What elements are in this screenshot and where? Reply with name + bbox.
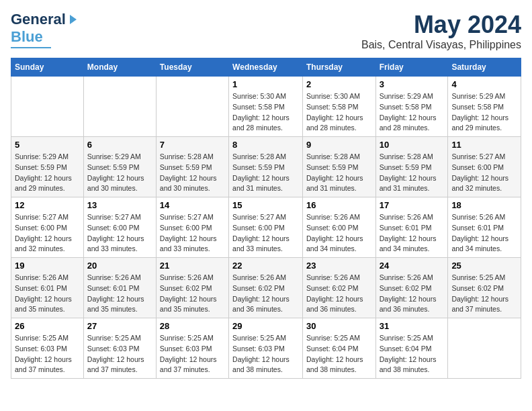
calendar-cell — [11, 77, 84, 137]
day-info: Sunrise: 5:26 AMSunset: 6:02 PMDaylight:… — [160, 273, 225, 315]
day-info: Sunrise: 5:25 AMSunset: 6:04 PMDaylight:… — [380, 333, 445, 375]
logo: General Blue — [11, 11, 78, 48]
day-info: Sunrise: 5:28 AMSunset: 5:59 PMDaylight:… — [380, 152, 445, 194]
calendar-table: Sunday Monday Tuesday Wednesday Thursday… — [11, 58, 521, 379]
day-number: 12 — [15, 200, 80, 210]
calendar-cell: 15Sunrise: 5:27 AMSunset: 6:00 PMDayligh… — [229, 197, 303, 258]
day-info: Sunrise: 5:25 AMSunset: 6:04 PMDaylight:… — [306, 333, 372, 375]
day-number: 27 — [87, 321, 152, 331]
week-row-5: 26Sunrise: 5:25 AMSunset: 6:03 PMDayligh… — [11, 318, 521, 379]
calendar-cell: 28Sunrise: 5:25 AMSunset: 6:03 PMDayligh… — [156, 318, 228, 379]
day-number: 30 — [306, 321, 372, 331]
logo-underline — [11, 47, 51, 48]
logo-triangle-icon — [66, 13, 78, 26]
day-number: 2 — [306, 79, 372, 89]
day-number: 13 — [87, 200, 152, 210]
day-info: Sunrise: 5:27 AMSunset: 6:00 PMDaylight:… — [15, 212, 80, 255]
day-info: Sunrise: 5:27 AMSunset: 6:00 PMDaylight:… — [87, 212, 152, 255]
header-sunday: Sunday — [11, 58, 84, 77]
day-number: 16 — [306, 200, 372, 210]
day-info: Sunrise: 5:28 AMSunset: 5:59 PMDaylight:… — [160, 152, 225, 194]
day-info: Sunrise: 5:26 AMSunset: 6:02 PMDaylight:… — [232, 273, 299, 315]
day-info: Sunrise: 5:26 AMSunset: 6:01 PMDaylight:… — [451, 212, 517, 255]
calendar-cell: 19Sunrise: 5:26 AMSunset: 6:01 PMDayligh… — [11, 258, 84, 318]
day-number: 8 — [232, 140, 299, 150]
calendar-cell: 27Sunrise: 5:25 AMSunset: 6:03 PMDayligh… — [83, 318, 156, 379]
day-number: 19 — [15, 261, 80, 271]
day-info: Sunrise: 5:25 AMSunset: 6:03 PMDaylight:… — [87, 333, 152, 375]
calendar-cell — [156, 77, 228, 137]
day-number: 5 — [15, 140, 80, 150]
title-section: May 2024 Bais, Central Visayas, Philippi… — [361, 11, 521, 51]
calendar-cell: 10Sunrise: 5:28 AMSunset: 5:59 PMDayligh… — [375, 137, 448, 197]
calendar-cell: 26Sunrise: 5:25 AMSunset: 6:03 PMDayligh… — [11, 318, 84, 379]
header-tuesday: Tuesday — [156, 58, 228, 77]
day-info: Sunrise: 5:26 AMSunset: 6:02 PMDaylight:… — [380, 273, 445, 315]
calendar-cell — [83, 77, 156, 137]
day-info: Sunrise: 5:25 AMSunset: 6:03 PMDaylight:… — [160, 333, 225, 375]
day-info: Sunrise: 5:27 AMSunset: 6:00 PMDaylight:… — [232, 212, 299, 255]
day-number: 20 — [87, 261, 152, 271]
calendar-cell: 20Sunrise: 5:26 AMSunset: 6:01 PMDayligh… — [83, 258, 156, 318]
day-number: 31 — [380, 321, 445, 331]
day-info: Sunrise: 5:27 AMSunset: 6:00 PMDaylight:… — [160, 212, 225, 255]
week-row-1: 1Sunrise: 5:30 AMSunset: 5:58 PMDaylight… — [11, 77, 521, 137]
day-info: Sunrise: 5:29 AMSunset: 5:59 PMDaylight:… — [15, 152, 80, 194]
header-monday: Monday — [83, 58, 156, 77]
day-number: 24 — [380, 261, 445, 271]
calendar-cell: 14Sunrise: 5:27 AMSunset: 6:00 PMDayligh… — [156, 197, 228, 258]
calendar-cell: 21Sunrise: 5:26 AMSunset: 6:02 PMDayligh… — [156, 258, 228, 318]
calendar-cell: 9Sunrise: 5:28 AMSunset: 5:59 PMDaylight… — [302, 137, 375, 197]
page-header: General Blue May 2024 Bais, Central Visa… — [11, 11, 521, 51]
day-number: 6 — [87, 140, 152, 150]
day-info: Sunrise: 5:30 AMSunset: 5:58 PMDaylight:… — [306, 91, 372, 134]
header-thursday: Thursday — [302, 58, 375, 77]
week-row-3: 12Sunrise: 5:27 AMSunset: 6:00 PMDayligh… — [11, 197, 521, 258]
day-number: 21 — [160, 261, 225, 271]
header-wednesday: Wednesday — [229, 58, 303, 77]
calendar-cell: 24Sunrise: 5:26 AMSunset: 6:02 PMDayligh… — [375, 258, 448, 318]
day-info: Sunrise: 5:29 AMSunset: 5:58 PMDaylight:… — [380, 91, 445, 134]
calendar-cell: 7Sunrise: 5:28 AMSunset: 5:59 PMDaylight… — [156, 137, 228, 197]
calendar-cell: 30Sunrise: 5:25 AMSunset: 6:04 PMDayligh… — [302, 318, 375, 379]
logo-text-general: General — [11, 11, 66, 28]
day-number: 22 — [232, 261, 299, 271]
day-info: Sunrise: 5:29 AMSunset: 5:59 PMDaylight:… — [87, 152, 152, 194]
calendar-cell — [448, 318, 521, 379]
calendar-cell: 17Sunrise: 5:26 AMSunset: 6:01 PMDayligh… — [375, 197, 448, 258]
calendar-cell: 3Sunrise: 5:29 AMSunset: 5:58 PMDaylight… — [375, 77, 448, 137]
day-number: 23 — [306, 261, 372, 271]
day-number: 9 — [306, 140, 372, 150]
calendar-cell: 5Sunrise: 5:29 AMSunset: 5:59 PMDaylight… — [11, 137, 84, 197]
day-number: 7 — [160, 140, 225, 150]
weekday-header-row: Sunday Monday Tuesday Wednesday Thursday… — [11, 58, 521, 77]
day-number: 26 — [15, 321, 80, 331]
calendar-cell: 11Sunrise: 5:27 AMSunset: 6:00 PMDayligh… — [448, 137, 521, 197]
day-number: 10 — [380, 140, 445, 150]
location-subtitle: Bais, Central Visayas, Philippines — [361, 39, 521, 51]
day-info: Sunrise: 5:26 AMSunset: 6:00 PMDaylight:… — [306, 212, 372, 255]
calendar-cell: 25Sunrise: 5:25 AMSunset: 6:02 PMDayligh… — [448, 258, 521, 318]
day-info: Sunrise: 5:26 AMSunset: 6:02 PMDaylight:… — [306, 273, 372, 315]
calendar-cell: 12Sunrise: 5:27 AMSunset: 6:00 PMDayligh… — [11, 197, 84, 258]
day-info: Sunrise: 5:29 AMSunset: 5:58 PMDaylight:… — [451, 91, 517, 134]
day-info: Sunrise: 5:25 AMSunset: 6:03 PMDaylight:… — [15, 333, 80, 375]
calendar-cell: 31Sunrise: 5:25 AMSunset: 6:04 PMDayligh… — [375, 318, 448, 379]
day-number: 17 — [380, 200, 445, 210]
calendar-cell: 1Sunrise: 5:30 AMSunset: 5:58 PMDaylight… — [229, 77, 303, 137]
day-number: 14 — [160, 200, 225, 210]
calendar-cell: 8Sunrise: 5:28 AMSunset: 5:59 PMDaylight… — [229, 137, 303, 197]
day-info: Sunrise: 5:26 AMSunset: 6:01 PMDaylight:… — [87, 273, 152, 315]
logo-text-blue: Blue — [11, 28, 43, 46]
day-info: Sunrise: 5:30 AMSunset: 5:58 PMDaylight:… — [232, 91, 299, 134]
calendar-cell: 22Sunrise: 5:26 AMSunset: 6:02 PMDayligh… — [229, 258, 303, 318]
header-friday: Friday — [375, 58, 448, 77]
day-info: Sunrise: 5:26 AMSunset: 6:01 PMDaylight:… — [380, 212, 445, 255]
day-info: Sunrise: 5:25 AMSunset: 6:03 PMDaylight:… — [232, 333, 299, 375]
day-info: Sunrise: 5:26 AMSunset: 6:01 PMDaylight:… — [15, 273, 80, 315]
day-number: 4 — [451, 79, 517, 89]
week-row-2: 5Sunrise: 5:29 AMSunset: 5:59 PMDaylight… — [11, 137, 521, 197]
day-number: 25 — [451, 261, 517, 271]
svg-marker-0 — [70, 15, 77, 24]
day-info: Sunrise: 5:25 AMSunset: 6:02 PMDaylight:… — [451, 273, 517, 315]
